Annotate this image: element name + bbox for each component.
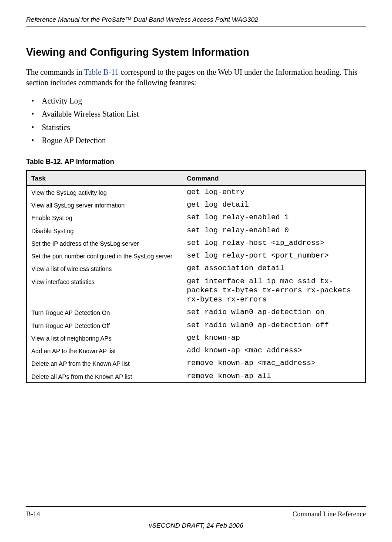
table-row: View a list of wireless stationsget asso… [27, 262, 365, 274]
task-cell: Set the IP address of the SysLog server [27, 237, 182, 249]
table-caption: Table B-12. AP Information [26, 158, 366, 166]
task-cell: Turn Rogue AP Detection Off [27, 319, 182, 331]
task-cell: View all SysLog server information [27, 198, 182, 211]
command-cell: set log relay-enabled 0 [182, 224, 365, 237]
list-item: Available Wireless Station List [31, 107, 366, 121]
command-cell: set log relay-host <ip_address> [182, 237, 365, 249]
task-cell: View a list of neighboring APs [27, 331, 182, 344]
table-row: Turn Rogue AP Detection Offset radio wla… [27, 319, 365, 331]
page-number: B-14 [26, 510, 40, 518]
intro-text-pre: The commands in [26, 68, 84, 77]
command-table: Task Command View the SysLog activity lo… [26, 170, 366, 383]
task-cell: Add an AP to the Known AP list [27, 344, 182, 357]
intro-paragraph: The commands in Table B-11 correspond to… [26, 67, 366, 88]
command-cell: remove known-ap <mac_address> [182, 357, 365, 369]
table-row: Turn Rogue AP Detection Onset radio wlan… [27, 306, 365, 318]
section-heading: Viewing and Configuring System Informati… [26, 46, 366, 58]
table-row: Set the port number configured in the Sy… [27, 249, 365, 262]
table-row: Set the IP address of the SysLog servers… [27, 237, 365, 249]
list-item: Activity Log [31, 94, 366, 108]
task-cell: Delete an AP from the Known AP list [27, 357, 182, 369]
command-cell: set log relay-port <port_number> [182, 249, 365, 262]
task-cell: View the SysLog activity log [27, 185, 182, 198]
command-cell: set radio wlan0 ap-detection on [182, 306, 365, 318]
command-cell: set log relay-enabled 1 [182, 211, 365, 224]
command-cell: set radio wlan0 ap-detection off [182, 319, 365, 331]
table-row: Enable SysLogset log relay-enabled 1 [27, 211, 365, 224]
task-cell: Disable SysLog [27, 224, 182, 237]
page-footer: B-14 Command Line Reference vSECOND DRAF… [26, 506, 366, 529]
table-row: View the SysLog activity logget log-entr… [27, 185, 365, 198]
table-row: Disable SysLogset log relay-enabled 0 [27, 224, 365, 237]
task-cell: Enable SysLog [27, 211, 182, 224]
feature-list: Activity Log Available Wireless Station … [31, 94, 366, 147]
task-cell: Delete all APs from the Known AP list [27, 370, 182, 383]
command-cell: get log-entry [182, 185, 365, 198]
command-cell: add known-ap <mac_address> [182, 344, 365, 357]
list-item: Statistics [31, 121, 366, 134]
table-row: View interface statisticsget interface a… [27, 275, 365, 306]
task-cell: View interface statistics [27, 275, 182, 306]
command-cell: remove known-ap all [182, 370, 365, 383]
table-row: View a list of neighboring APsget known-… [27, 331, 365, 344]
table-row: View all SysLog server informationget lo… [27, 198, 365, 211]
col-header-task: Task [27, 171, 182, 186]
table-row: Delete all APs from the Known AP listrem… [27, 370, 365, 383]
command-cell: get log detail [182, 198, 365, 211]
command-cell: get known-ap [182, 331, 365, 344]
task-cell: Set the port number configured in the Sy… [27, 249, 182, 262]
footer-draft-note: vSECOND DRAFT, 24 Feb 2006 [26, 522, 366, 529]
running-header: Reference Manual for the ProSafe™ Dual B… [26, 0, 366, 27]
table-header-row: Task Command [27, 171, 365, 186]
table-row: Delete an AP from the Known AP listremov… [27, 357, 365, 369]
table-ref-link[interactable]: Table B-11 [84, 68, 119, 77]
task-cell: View a list of wireless stations [27, 262, 182, 274]
footer-rule [26, 506, 366, 507]
footer-section-title: Command Line Reference [292, 510, 366, 518]
task-cell: Turn Rogue AP Detection On [27, 306, 182, 318]
table-row: Add an AP to the Known AP listadd known-… [27, 344, 365, 357]
col-header-command: Command [182, 171, 365, 186]
list-item: Rogue AP Detection [31, 134, 366, 147]
command-cell: get interface all ip mac ssid tx-packets… [182, 275, 365, 306]
page-content: Viewing and Configuring System Informati… [26, 27, 366, 383]
command-cell: get association detail [182, 262, 365, 274]
